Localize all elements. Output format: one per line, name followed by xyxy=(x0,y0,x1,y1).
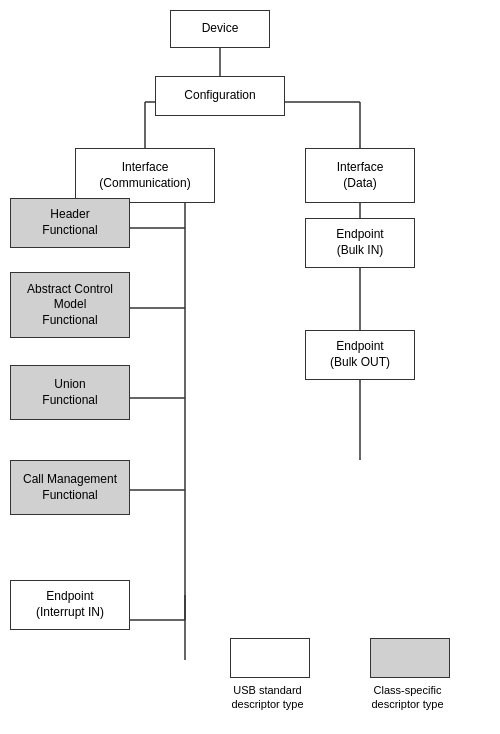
endpoint-bulk-in-node: Endpoint(Bulk IN) xyxy=(305,218,415,268)
legend-gray-label: Class-specificdescriptor type xyxy=(350,683,465,712)
legend-gray-box xyxy=(370,638,450,678)
interface-data-node: Interface(Data) xyxy=(305,148,415,203)
union-functional-node: UnionFunctional xyxy=(10,365,130,420)
interface-comm-node: Interface(Communication) xyxy=(75,148,215,203)
endpoint-bulk-out-node: Endpoint(Bulk OUT) xyxy=(305,330,415,380)
device-node: Device xyxy=(170,10,270,48)
call-management-node: Call ManagementFunctional xyxy=(10,460,130,515)
legend-white-box xyxy=(230,638,310,678)
legend-white-label: USB standarddescriptor type xyxy=(210,683,325,712)
abstract-control-node: Abstract ControlModelFunctional xyxy=(10,272,130,338)
diagram: Device Configuration Interface(Communica… xyxy=(0,0,500,734)
endpoint-interrupt-node: Endpoint(Interrupt IN) xyxy=(10,580,130,630)
configuration-node: Configuration xyxy=(155,76,285,116)
header-functional-node: HeaderFunctional xyxy=(10,198,130,248)
